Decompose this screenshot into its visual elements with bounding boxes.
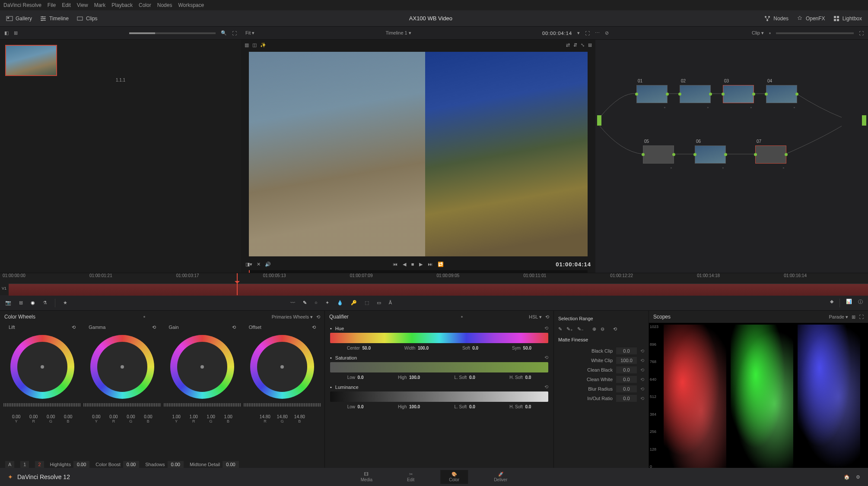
color-wheel-lift[interactable]	[10, 335, 74, 399]
scopes-opts-icon[interactable]: ⊞	[852, 314, 855, 320]
wipe-diag-icon[interactable]: ⤡	[581, 42, 585, 48]
color-match-icon[interactable]: ⊞	[19, 300, 23, 306]
last-frame-icon[interactable]: ⏭	[428, 262, 432, 267]
sizing-icon[interactable]: ⬚	[365, 300, 369, 306]
settings-icon[interactable]: ⚙	[856, 474, 860, 480]
page-color[interactable]: 🎨Color	[440, 470, 468, 484]
primaries-mode-dropdown[interactable]: Primaries Wheels ▾	[272, 314, 313, 320]
gallery-toggle[interactable]: Gallery	[6, 15, 32, 22]
matte-reset-icon[interactable]: ⟲	[640, 367, 644, 373]
node-02[interactable]: 02▫	[680, 85, 711, 103]
wheel-jog[interactable]	[83, 403, 161, 407]
wheel-val[interactable]: 0.00	[43, 414, 59, 419]
node-04[interactable]: 04▫	[766, 85, 797, 103]
lum-param[interactable]: L. Soft 0.0	[454, 404, 475, 409]
expand-icon[interactable]: ⛶	[232, 31, 237, 36]
sat-bar[interactable]	[330, 362, 548, 372]
midtone-value[interactable]: 0.00	[223, 461, 238, 468]
tracker-icon[interactable]: ✦	[325, 300, 329, 306]
viewer-more-icon[interactable]: ⋯	[595, 30, 600, 36]
wipe-horiz-icon[interactable]: ⇄	[566, 42, 570, 48]
still-prev-icon[interactable]: ◧	[4, 30, 9, 36]
lum-param[interactable]: H. Soft 0.0	[509, 404, 531, 409]
wheel-reset-icon[interactable]: ⟲	[232, 325, 236, 333]
wheel-val[interactable]: 1.00	[186, 414, 201, 419]
page-a[interactable]: A	[5, 461, 14, 468]
page-1[interactable]: 1	[20, 461, 29, 468]
menu-mark[interactable]: Mark	[94, 2, 106, 8]
qualifier-reset-icon[interactable]: ⟲	[545, 314, 549, 320]
page-media[interactable]: 🎞Media	[352, 470, 381, 484]
hue-param[interactable]: Width 100.0	[404, 346, 429, 350]
matte-value[interactable]: 0.0	[616, 366, 637, 373]
split-icon[interactable]: ◫	[252, 42, 257, 48]
first-frame-icon[interactable]: ⏮	[393, 262, 397, 267]
node-03[interactable]: 03▫	[723, 85, 754, 103]
wheel-jog[interactable]	[3, 403, 81, 407]
shadows-value[interactable]: 0.00	[168, 461, 184, 468]
prev-frame-icon[interactable]: ◀	[403, 262, 406, 267]
page-deliver[interactable]: 🚀Deliver	[485, 470, 516, 484]
hue-bar[interactable]	[330, 333, 548, 343]
node-01[interactable]: 01▫	[636, 85, 668, 103]
nodes-expand-icon[interactable]: ⛶	[859, 31, 864, 36]
camera-raw-icon[interactable]: 📷	[5, 300, 11, 306]
matte-reset-icon[interactable]: ⟲	[640, 396, 644, 401]
matte-reset-icon[interactable]: ⟲	[640, 386, 644, 392]
still-next-icon[interactable]: ⊞	[14, 30, 18, 36]
hue-param[interactable]: Center 50.0	[347, 346, 371, 350]
node-06[interactable]: 06▫	[695, 145, 726, 164]
keyframe-icon[interactable]: ◆	[830, 299, 833, 307]
menu-view[interactable]: View	[77, 2, 88, 8]
wheel-jog[interactable]	[244, 403, 321, 407]
home-icon[interactable]: 🏠	[844, 474, 850, 480]
blur-icon[interactable]: 💧	[337, 300, 343, 306]
clip-dropdown[interactable]: Clip ▾	[752, 30, 764, 36]
curves-icon[interactable]: 〰	[290, 300, 295, 306]
lum-reset-icon[interactable]: ⟲	[544, 384, 548, 390]
sat-param[interactable]: High 100.0	[398, 375, 420, 380]
menu-color[interactable]: Color	[139, 2, 151, 8]
window-icon[interactable]: ○	[315, 300, 318, 306]
sat-param[interactable]: H. Soft 0.0	[509, 375, 531, 380]
wheel-val[interactable]: 0.00	[106, 414, 121, 419]
color-wheel-gain[interactable]	[170, 335, 234, 399]
search-icon[interactable]: 🔍	[221, 30, 227, 36]
data-burn-icon[interactable]: Å	[389, 300, 392, 306]
viewer-expand-icon[interactable]: ⛶	[585, 31, 590, 36]
highlight-icon[interactable]: ✨	[260, 42, 266, 48]
matte-reset-icon[interactable]: ⟲	[640, 348, 644, 354]
menu-file[interactable]: File	[48, 2, 56, 8]
page-edit[interactable]: ✂Edit	[398, 470, 423, 484]
image-wipe-icon[interactable]: ▥	[245, 42, 249, 48]
lightbox-toggle[interactable]: Lightbox	[833, 15, 862, 22]
color-wheel-gamma[interactable]	[90, 335, 154, 399]
loop-icon[interactable]: ◨▾	[245, 262, 252, 267]
wheel-val[interactable]: 14.80	[292, 414, 307, 419]
wheel-val[interactable]: 1.00	[203, 414, 219, 419]
rgb-mixer-icon[interactable]: ⚗	[43, 300, 47, 306]
playhead[interactable]	[237, 273, 238, 295]
feather-sub-icon[interactable]: ⊖	[601, 326, 604, 332]
reset-icon[interactable]: ⟲	[316, 314, 320, 320]
wheel-val[interactable]: 0.00	[26, 414, 41, 419]
fit-dropdown[interactable]: Fit ▾	[245, 30, 254, 36]
wheel-reset-icon[interactable]: ⟲	[72, 325, 76, 333]
key-icon[interactable]: 🔑	[351, 300, 357, 306]
menu-app[interactable]: DaVinci Resolve	[3, 2, 41, 8]
matte-reset-icon[interactable]: ⟲	[640, 377, 644, 382]
bypass-icon[interactable]: ⊘	[605, 30, 609, 36]
invert-icon[interactable]: ⟲	[613, 326, 617, 332]
scopes-mode-dropdown[interactable]: Parade ▾	[829, 314, 848, 320]
matte-value[interactable]: 100.0	[616, 357, 637, 364]
openfx-toggle[interactable]: OpenFX	[796, 15, 825, 22]
wheel-val[interactable]: 1.00	[169, 414, 184, 419]
audio-icon[interactable]: 🔊	[265, 262, 271, 267]
wheel-val[interactable]: 0.00	[140, 414, 156, 419]
gallery-still[interactable]	[5, 45, 57, 76]
sat-param[interactable]: Low 0.0	[347, 375, 364, 380]
hue-param[interactable]: Sym 50.0	[512, 346, 531, 350]
node-07[interactable]: 07▫	[755, 145, 786, 164]
unmute-icon[interactable]: ✕	[257, 262, 261, 267]
stop-icon[interactable]: ■	[411, 262, 414, 267]
